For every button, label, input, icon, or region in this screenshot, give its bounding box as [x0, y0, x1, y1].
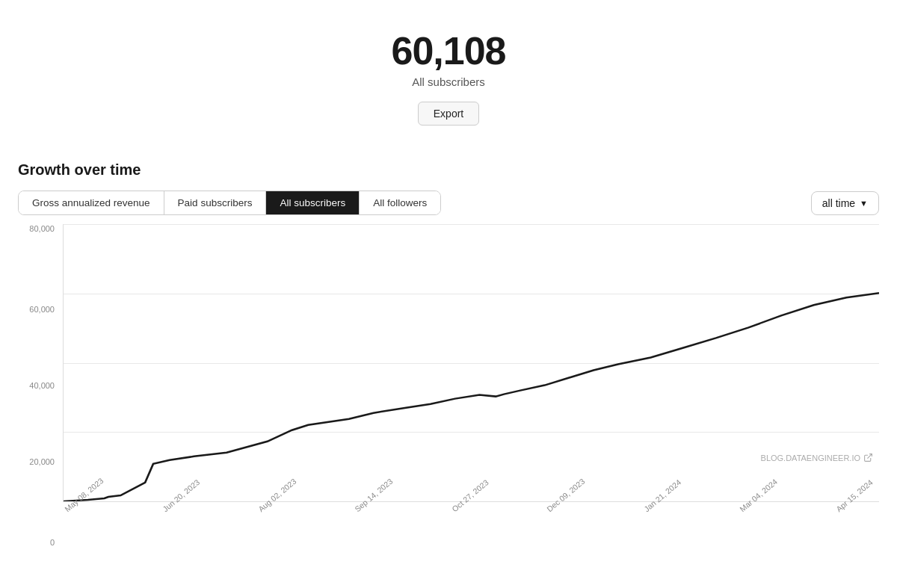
y-axis: 80,000 60,000 40,000 20,000 0 [18, 224, 59, 538]
watermark: BLOG.DATAENGINEER.IO [761, 453, 873, 462]
watermark-text: BLOG.DATAENGINEER.IO [761, 454, 860, 462]
tab-all-subscribers[interactable]: All subscribers [266, 191, 360, 214]
growth-title: Growth over time [18, 161, 879, 179]
chart-inner: BLOG.DATAENGINEER.IO [63, 224, 879, 502]
top-section: 60,108 All subscribers Export [0, 0, 897, 140]
x-axis-labels: May 08, 2023 Jun 20, 2023 Aug 02, 2023 S… [63, 502, 879, 538]
export-button[interactable]: Export [418, 102, 479, 126]
tab-paid-subscribers[interactable]: Paid subscribers [164, 191, 267, 214]
tabs-row: Gross annualized revenue Paid subscriber… [18, 191, 879, 215]
growth-section: Growth over time Gross annualized revenu… [0, 140, 897, 538]
chevron-down-icon: ▼ [860, 199, 868, 208]
chart-area: 80,000 60,000 40,000 20,000 0 [18, 224, 879, 538]
chart-container: 80,000 60,000 40,000 20,000 0 [18, 224, 879, 538]
time-filter-label: all time [822, 197, 855, 209]
chart-svg [64, 224, 879, 501]
y-label-40k: 40,000 [18, 381, 59, 390]
main-label: All subscribers [0, 75, 897, 88]
y-label-0: 0 [18, 538, 59, 547]
svg-line-0 [867, 454, 872, 459]
tab-gross-revenue[interactable]: Gross annualized revenue [19, 191, 164, 214]
tab-all-followers[interactable]: All followers [360, 191, 440, 214]
main-number: 60,108 [0, 30, 897, 72]
external-link-icon [863, 453, 873, 462]
time-filter-dropdown[interactable]: all time ▼ [811, 191, 879, 215]
tab-group: Gross annualized revenue Paid subscriber… [18, 191, 441, 215]
y-label-80k: 80,000 [18, 224, 59, 233]
y-label-60k: 60,000 [18, 305, 59, 314]
y-label-20k: 20,000 [18, 457, 59, 466]
